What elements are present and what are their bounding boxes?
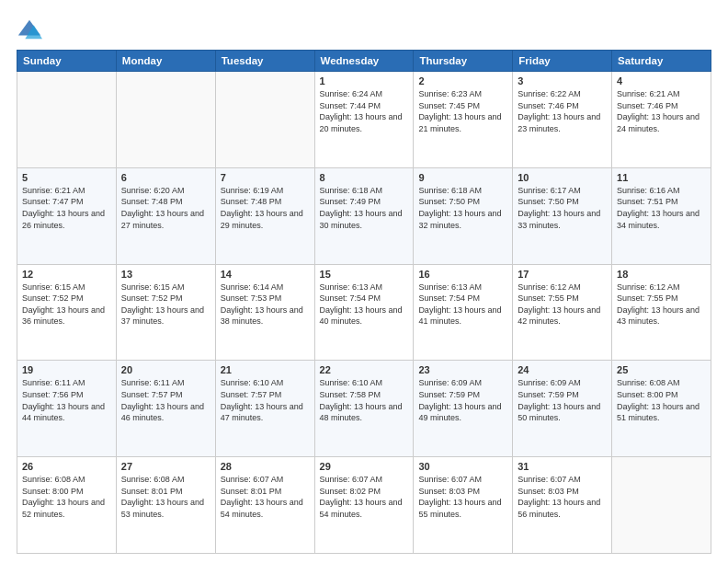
day-number: 5: [22, 172, 111, 183]
day-info: Sunrise: 6:22 AM Sunset: 7:46 PM Dayligh…: [518, 88, 607, 134]
day-number: 12: [22, 269, 111, 280]
day-number: 21: [221, 364, 310, 375]
day-header-wednesday: Wednesday: [314, 51, 414, 72]
day-number: 22: [320, 364, 409, 375]
day-number: 20: [121, 364, 210, 375]
day-info: Sunrise: 6:07 AM Sunset: 8:01 PM Dayligh…: [221, 474, 310, 520]
day-info: Sunrise: 6:16 AM Sunset: 7:51 PM Dayligh…: [617, 185, 706, 231]
day-cell: 29Sunrise: 6:07 AM Sunset: 8:02 PM Dayli…: [314, 457, 414, 554]
day-number: 31: [518, 461, 607, 472]
day-info: Sunrise: 6:07 AM Sunset: 8:03 PM Dayligh…: [518, 474, 607, 520]
day-number: 17: [518, 269, 607, 280]
day-info: Sunrise: 6:12 AM Sunset: 7:55 PM Dayligh…: [617, 282, 706, 327]
day-number: 7: [221, 172, 310, 183]
week-row-1: 1Sunrise: 6:24 AM Sunset: 7:44 PM Daylig…: [17, 72, 711, 168]
day-number: 6: [121, 172, 210, 183]
logo: [17, 17, 44, 42]
day-number: 30: [418, 461, 507, 472]
day-cell: 2Sunrise: 6:23 AM Sunset: 7:45 PM Daylig…: [414, 72, 513, 168]
day-number: 11: [617, 172, 706, 183]
day-cell: 12Sunrise: 6:15 AM Sunset: 7:52 PM Dayli…: [17, 264, 117, 361]
page: SundayMondayTuesdayWednesdayThursdayFrid…: [0, 0, 728, 563]
day-header-monday: Monday: [116, 51, 215, 72]
week-row-2: 5Sunrise: 6:21 AM Sunset: 7:47 PM Daylig…: [17, 167, 711, 264]
day-cell: 17Sunrise: 6:12 AM Sunset: 7:55 PM Dayli…: [513, 264, 612, 361]
day-cell: 5Sunrise: 6:21 AM Sunset: 7:47 PM Daylig…: [17, 167, 117, 264]
day-cell: [17, 72, 117, 168]
day-info: Sunrise: 6:20 AM Sunset: 7:48 PM Dayligh…: [121, 185, 210, 231]
calendar-table: SundayMondayTuesdayWednesdayThursdayFrid…: [17, 50, 711, 554]
day-info: Sunrise: 6:12 AM Sunset: 7:55 PM Dayligh…: [518, 282, 607, 327]
day-info: Sunrise: 6:11 AM Sunset: 7:56 PM Dayligh…: [22, 377, 111, 423]
day-number: 13: [121, 269, 210, 280]
day-info: Sunrise: 6:13 AM Sunset: 7:54 PM Dayligh…: [320, 282, 409, 327]
day-header-saturday: Saturday: [612, 51, 711, 72]
day-cell: 18Sunrise: 6:12 AM Sunset: 7:55 PM Dayli…: [612, 264, 711, 361]
day-cell: 1Sunrise: 6:24 AM Sunset: 7:44 PM Daylig…: [314, 72, 414, 168]
day-info: Sunrise: 6:18 AM Sunset: 7:49 PM Dayligh…: [320, 185, 409, 231]
day-number: 8: [320, 172, 409, 183]
day-info: Sunrise: 6:19 AM Sunset: 7:48 PM Dayligh…: [221, 185, 310, 231]
day-info: Sunrise: 6:10 AM Sunset: 7:58 PM Dayligh…: [320, 377, 409, 423]
day-cell: [215, 72, 314, 168]
day-info: Sunrise: 6:21 AM Sunset: 7:47 PM Dayligh…: [22, 185, 111, 231]
day-cell: 21Sunrise: 6:10 AM Sunset: 7:57 PM Dayli…: [215, 361, 314, 457]
day-cell: 10Sunrise: 6:17 AM Sunset: 7:50 PM Dayli…: [513, 167, 612, 264]
day-info: Sunrise: 6:15 AM Sunset: 7:52 PM Dayligh…: [121, 282, 210, 327]
day-number: 19: [22, 364, 111, 375]
header: [17, 17, 711, 42]
day-cell: 16Sunrise: 6:13 AM Sunset: 7:54 PM Dayli…: [414, 264, 513, 361]
day-cell: 9Sunrise: 6:18 AM Sunset: 7:50 PM Daylig…: [414, 167, 513, 264]
day-cell: 28Sunrise: 6:07 AM Sunset: 8:01 PM Dayli…: [215, 457, 314, 554]
day-number: 25: [617, 364, 706, 375]
day-info: Sunrise: 6:24 AM Sunset: 7:44 PM Dayligh…: [320, 88, 409, 134]
day-number: 28: [221, 461, 310, 472]
day-number: 29: [320, 461, 409, 472]
day-header-tuesday: Tuesday: [215, 51, 314, 72]
day-cell: 27Sunrise: 6:08 AM Sunset: 8:01 PM Dayli…: [116, 457, 215, 554]
day-info: Sunrise: 6:14 AM Sunset: 7:53 PM Dayligh…: [221, 282, 310, 327]
day-header-sunday: Sunday: [17, 51, 117, 72]
day-info: Sunrise: 6:08 AM Sunset: 8:01 PM Dayligh…: [121, 474, 210, 520]
day-number: 23: [418, 364, 507, 375]
day-cell: 20Sunrise: 6:11 AM Sunset: 7:57 PM Dayli…: [116, 361, 215, 457]
day-info: Sunrise: 6:23 AM Sunset: 7:45 PM Dayligh…: [418, 88, 507, 134]
day-cell: 8Sunrise: 6:18 AM Sunset: 7:49 PM Daylig…: [314, 167, 414, 264]
week-row-4: 19Sunrise: 6:11 AM Sunset: 7:56 PM Dayli…: [17, 361, 711, 457]
day-number: 3: [518, 75, 607, 86]
day-number: 24: [518, 364, 607, 375]
day-number: 1: [320, 75, 409, 86]
day-number: 10: [518, 172, 607, 183]
day-cell: 6Sunrise: 6:20 AM Sunset: 7:48 PM Daylig…: [116, 167, 215, 264]
day-cell: 22Sunrise: 6:10 AM Sunset: 7:58 PM Dayli…: [314, 361, 414, 457]
day-cell: 3Sunrise: 6:22 AM Sunset: 7:46 PM Daylig…: [513, 72, 612, 168]
week-row-5: 26Sunrise: 6:08 AM Sunset: 8:00 PM Dayli…: [17, 457, 711, 554]
day-info: Sunrise: 6:17 AM Sunset: 7:50 PM Dayligh…: [518, 185, 607, 231]
day-cell: 24Sunrise: 6:09 AM Sunset: 7:59 PM Dayli…: [513, 361, 612, 457]
day-cell: 19Sunrise: 6:11 AM Sunset: 7:56 PM Dayli…: [17, 361, 117, 457]
day-number: 26: [22, 461, 111, 472]
day-cell: 11Sunrise: 6:16 AM Sunset: 7:51 PM Dayli…: [612, 167, 711, 264]
day-info: Sunrise: 6:08 AM Sunset: 8:00 PM Dayligh…: [617, 377, 706, 423]
day-number: 2: [418, 75, 507, 86]
logo-icon: [17, 17, 42, 42]
day-cell: 14Sunrise: 6:14 AM Sunset: 7:53 PM Dayli…: [215, 264, 314, 361]
day-info: Sunrise: 6:07 AM Sunset: 8:02 PM Dayligh…: [320, 474, 409, 520]
day-number: 9: [418, 172, 507, 183]
day-cell: 26Sunrise: 6:08 AM Sunset: 8:00 PM Dayli…: [17, 457, 117, 554]
day-info: Sunrise: 6:07 AM Sunset: 8:03 PM Dayligh…: [418, 474, 507, 520]
day-cell: 30Sunrise: 6:07 AM Sunset: 8:03 PM Dayli…: [414, 457, 513, 554]
day-cell: 4Sunrise: 6:21 AM Sunset: 7:46 PM Daylig…: [612, 72, 711, 168]
day-info: Sunrise: 6:21 AM Sunset: 7:46 PM Dayligh…: [617, 88, 706, 134]
day-info: Sunrise: 6:08 AM Sunset: 8:00 PM Dayligh…: [22, 474, 111, 520]
week-row-3: 12Sunrise: 6:15 AM Sunset: 7:52 PM Dayli…: [17, 264, 711, 361]
day-number: 27: [121, 461, 210, 472]
day-cell: 25Sunrise: 6:08 AM Sunset: 8:00 PM Dayli…: [612, 361, 711, 457]
day-info: Sunrise: 6:18 AM Sunset: 7:50 PM Dayligh…: [418, 185, 507, 231]
day-info: Sunrise: 6:10 AM Sunset: 7:57 PM Dayligh…: [221, 377, 310, 423]
day-cell: 7Sunrise: 6:19 AM Sunset: 7:48 PM Daylig…: [215, 167, 314, 264]
header-row: SundayMondayTuesdayWednesdayThursdayFrid…: [17, 51, 711, 72]
day-cell: 23Sunrise: 6:09 AM Sunset: 7:59 PM Dayli…: [414, 361, 513, 457]
day-number: 18: [617, 269, 706, 280]
day-info: Sunrise: 6:15 AM Sunset: 7:52 PM Dayligh…: [22, 282, 111, 327]
